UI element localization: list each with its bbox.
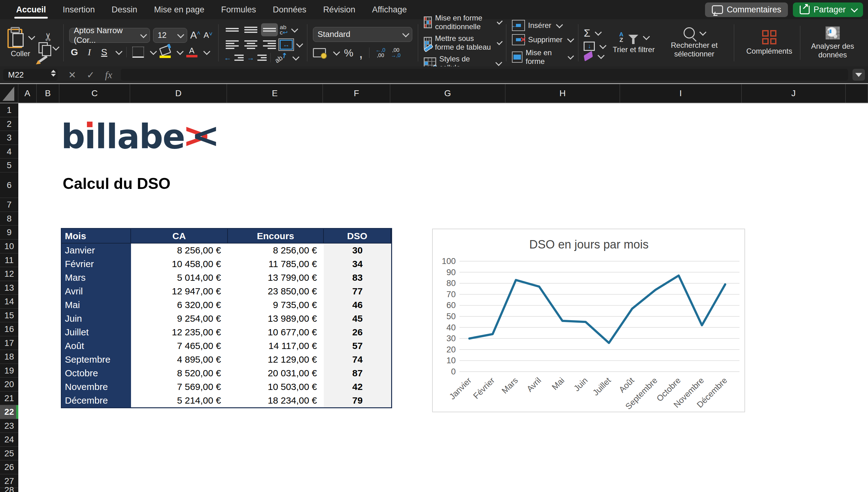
tab-affichage[interactable]: Affichage	[372, 5, 407, 15]
format-cells-button[interactable]: Mise en forme	[512, 48, 572, 66]
row-header-22[interactable]: 22	[0, 405, 18, 419]
sort-filter-button[interactable]: AZ Trier et filtrer	[607, 32, 660, 54]
clear-button[interactable]	[584, 53, 605, 59]
table-cell[interactable]: 18 234,00 €	[228, 394, 324, 407]
increase-indent-button[interactable]: →	[247, 53, 267, 63]
table-cell[interactable]: 12 129,00 €	[228, 353, 324, 366]
table-cell[interactable]: Octobre	[62, 366, 131, 380]
orientation-icon[interactable]: ab↗	[274, 51, 289, 65]
insert-function-icon[interactable]: fx	[105, 69, 112, 81]
copy-button[interactable]	[39, 42, 58, 53]
table-cell[interactable]: Décembre	[62, 394, 131, 407]
table-cell[interactable]: 10 458,00 €	[131, 257, 228, 271]
table-cell[interactable]: 14 117,00 €	[228, 339, 324, 353]
row-header-11[interactable]: 11	[0, 253, 18, 267]
row-header-26[interactable]: 26	[0, 460, 18, 474]
table-cell[interactable]: 8 256,00 €	[131, 244, 228, 257]
number-format-select[interactable]: Standard	[313, 27, 412, 42]
tab-dessin[interactable]: Dessin	[112, 5, 138, 15]
table-cell[interactable]: 46	[324, 298, 391, 312]
table-cell[interactable]: 10 503,00 €	[228, 380, 324, 394]
table-cell[interactable]: 9 254,00 €	[131, 312, 228, 325]
cancel-icon[interactable]: ✕	[68, 70, 76, 80]
tab-mise-en-page[interactable]: Mise en page	[154, 5, 204, 15]
table-cell[interactable]: 26	[324, 325, 391, 339]
enter-icon[interactable]: ✓	[87, 70, 94, 80]
column-header-I[interactable]: I	[620, 84, 742, 103]
row-header-16[interactable]: 16	[0, 322, 18, 336]
table-cell[interactable]: Août	[62, 339, 131, 353]
name-box[interactable]: M22	[3, 69, 58, 81]
table-cell[interactable]: 11 785,00 €	[228, 257, 324, 271]
column-header-D[interactable]: D	[130, 84, 227, 103]
table-cell[interactable]: 74	[324, 353, 391, 366]
table-cell[interactable]: 42	[324, 380, 391, 394]
table-cell[interactable]: 7 465,00 €	[131, 339, 228, 353]
align-middle-button[interactable]	[242, 23, 259, 36]
row-header-3[interactable]: 3	[0, 131, 18, 145]
table-cell[interactable]: Mars	[62, 271, 131, 285]
currency-format-icon[interactable]	[313, 48, 326, 57]
sheet-canvas[interactable]: billabex Calcul du DSO MoisCAEncoursDSO …	[18, 103, 868, 492]
table-cell[interactable]: 34	[324, 257, 391, 271]
align-right-button[interactable]	[261, 38, 278, 51]
row-header-23[interactable]: 23	[0, 419, 18, 433]
font-size-select[interactable]: 12	[153, 28, 187, 43]
bold-button[interactable]: G	[69, 47, 80, 57]
table-cell[interactable]: Février	[62, 257, 131, 271]
table-header-dso[interactable]: DSO	[324, 229, 391, 243]
row-header-4[interactable]: 4	[0, 145, 18, 158]
column-header-C[interactable]: C	[59, 84, 130, 103]
decrease-decimal-button[interactable]: ,00→,0	[391, 47, 400, 58]
column-header-E[interactable]: E	[227, 84, 323, 103]
tab-formules[interactable]: Formules	[221, 5, 256, 15]
table-header-mois[interactable]: Mois	[62, 229, 131, 243]
table-cell[interactable]: Juin	[62, 312, 131, 325]
italic-button[interactable]: I	[84, 47, 95, 57]
merge-center-icon[interactable]: ↔	[280, 40, 293, 50]
table-cell[interactable]: 13 989,00 €	[228, 312, 324, 325]
table-cell[interactable]: 7 569,00 €	[131, 380, 228, 394]
format-painter-icon[interactable]	[39, 55, 47, 63]
row-header-5[interactable]: 5	[0, 158, 18, 172]
fill-color-button[interactable]	[160, 47, 171, 58]
decrease-font-icon[interactable]: A˅	[204, 30, 213, 40]
table-cell[interactable]: 4 895,00 €	[131, 353, 228, 366]
table-header-ca[interactable]: CA	[131, 229, 228, 243]
row-header-12[interactable]: 12	[0, 267, 18, 281]
row-header-10[interactable]: 10	[0, 240, 18, 253]
dso-chart[interactable]: 0102030405060708090100JanvierFévrierMars…	[432, 229, 745, 412]
column-header-J[interactable]: J	[742, 84, 846, 103]
column-header-A[interactable]: A	[18, 84, 37, 103]
row-header-25[interactable]: 25	[0, 447, 18, 460]
increase-font-icon[interactable]: A˄	[190, 29, 201, 41]
table-cell[interactable]: 5 014,00 €	[131, 271, 228, 285]
tab-accueil[interactable]: Accueil	[16, 5, 46, 15]
table-cell[interactable]: 77	[324, 285, 391, 298]
chart-series-line[interactable]	[469, 275, 725, 343]
row-header-14[interactable]: 14	[0, 295, 18, 309]
insert-cells-button[interactable]: ← Insérer	[512, 20, 572, 31]
table-cell[interactable]: 45	[324, 312, 391, 325]
row-header-20[interactable]: 20	[0, 377, 18, 392]
share-button[interactable]: Partager	[793, 2, 863, 17]
row-header-24[interactable]: 24	[0, 433, 18, 447]
row-header-6[interactable]: 6	[0, 172, 18, 198]
table-cell[interactable]: 12 235,00 €	[131, 325, 228, 339]
table-cell[interactable]: 13 799,00 €	[228, 271, 324, 285]
paste-button[interactable]: Coller	[4, 28, 37, 58]
autosum-button[interactable]: Σ	[584, 27, 605, 39]
row-header-7[interactable]: 7	[0, 198, 18, 212]
table-cell[interactable]: Septembre	[62, 353, 131, 366]
table-cell[interactable]: Mai	[62, 298, 131, 312]
tab-données[interactable]: Données	[273, 5, 306, 15]
conditional-formatting-button[interactable]: Mise en forme conditionnelle	[424, 14, 501, 31]
column-header-G[interactable]: G	[390, 84, 506, 103]
table-cell[interactable]: 57	[324, 339, 391, 353]
row-header-8[interactable]: 8	[0, 212, 18, 225]
dso-table[interactable]: MoisCAEncoursDSO Janvier8 256,00 €8 256,…	[61, 228, 392, 408]
fill-button[interactable]: ↓	[584, 42, 605, 51]
table-cell[interactable]: Novembre	[62, 380, 131, 394]
table-cell[interactable]: 30	[324, 244, 391, 257]
row-header-2[interactable]: 2	[0, 117, 18, 131]
